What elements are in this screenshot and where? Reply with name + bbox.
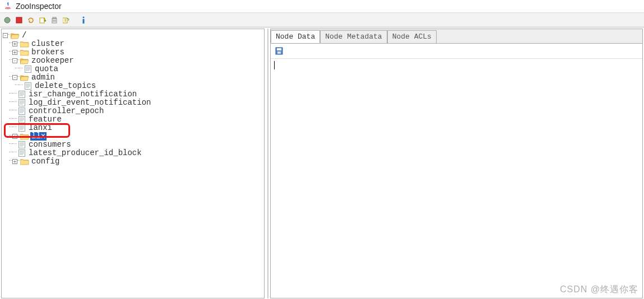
folder-open-icon <box>11 32 20 40</box>
save-icon[interactable] <box>274 46 284 56</box>
node-label: isr_change_notification <box>27 90 138 99</box>
svg-rect-18 <box>277 48 281 50</box>
delete-icon[interactable] <box>49 15 59 25</box>
node-label: latest_producer_id_block <box>27 149 143 157</box>
file-icon <box>17 116 26 124</box>
svg-point-0 <box>4 17 10 23</box>
svg-rect-15 <box>19 142 25 148</box>
node-label: feature <box>27 115 63 124</box>
tree-node[interactable]: consumers <box>3 141 264 149</box>
collapse-icon[interactable]: - <box>12 58 17 63</box>
tree-node[interactable]: +brokers <box>3 48 264 57</box>
text-caret <box>274 61 275 69</box>
svg-rect-11 <box>19 100 25 106</box>
file-icon <box>17 124 26 132</box>
node-label: zookeeper <box>30 57 75 65</box>
svg-rect-14 <box>19 125 25 132</box>
folder-closed-icon <box>20 40 29 48</box>
svg-rect-16 <box>19 150 25 157</box>
disconnect-icon[interactable] <box>14 15 24 25</box>
tree-node[interactable]: quota <box>3 65 264 73</box>
tree-node[interactable]: latest_producer_id_block <box>3 149 264 157</box>
file-icon <box>17 150 26 157</box>
collapse-icon[interactable]: - <box>3 33 8 38</box>
svg-rect-7 <box>83 19 85 24</box>
node-label: controller_epoch <box>27 107 105 115</box>
folder-closed-icon <box>20 158 29 166</box>
node-data-content[interactable] <box>271 59 642 298</box>
folder-open-icon <box>20 57 29 65</box>
splitter[interactable] <box>266 27 270 299</box>
svg-rect-13 <box>19 116 25 123</box>
expand-icon[interactable]: + <box>12 41 17 46</box>
info-icon[interactable] <box>79 15 89 25</box>
tab-bar: Node DataNode MetadataNode ACLs <box>271 29 642 44</box>
svg-rect-4 <box>53 17 56 18</box>
node-label: config <box>30 157 61 166</box>
tree-node[interactable]: lanxi <box>3 124 264 132</box>
node-label: log_dir_event_notification <box>27 99 152 107</box>
node-label: lanxi <box>27 124 53 132</box>
svg-rect-8 <box>25 66 31 73</box>
tree-node[interactable]: -/ <box>3 31 264 40</box>
node-label: quota <box>34 65 59 73</box>
node-label: consumers <box>27 141 72 149</box>
node-label: brokers <box>30 48 66 57</box>
detail-panel: Node DataNode MetadataNode ACLs <box>270 29 643 298</box>
connect-icon[interactable] <box>2 15 12 25</box>
file-icon <box>17 99 26 107</box>
node-label: llx <box>30 132 47 141</box>
file-icon <box>17 91 26 99</box>
refresh-icon[interactable] <box>26 15 36 25</box>
file-icon <box>24 82 33 90</box>
java-icon <box>3 2 12 11</box>
file-icon <box>17 141 26 149</box>
node-label: / <box>21 31 27 40</box>
svg-point-6 <box>83 17 85 18</box>
window-title: ZooInspector <box>16 2 62 11</box>
node-label: admin <box>30 73 56 82</box>
tree-node[interactable]: +config <box>3 157 264 166</box>
tree-node[interactable]: delete_topics <box>3 82 264 90</box>
file-icon <box>24 66 33 73</box>
tree-node[interactable]: controller_epoch <box>3 107 264 115</box>
tab-node-metadata[interactable]: Node Metadata <box>320 30 387 43</box>
expand-icon[interactable]: + <box>12 134 17 139</box>
node-label: cluster <box>30 40 66 48</box>
tree-panel[interactable]: -/+cluster+brokers-zookeeperquota-admind… <box>1 29 265 298</box>
svg-rect-10 <box>19 91 25 98</box>
edit-icon[interactable] <box>61 15 71 25</box>
folder-closed-icon <box>20 133 29 141</box>
add-node-icon[interactable] <box>38 15 48 25</box>
tree-node[interactable]: log_dir_event_notification <box>3 99 264 107</box>
main-area: -/+cluster+brokers-zookeeperquota-admind… <box>0 27 644 299</box>
node-label: delete_topics <box>34 82 97 90</box>
title-bar: ZooInspector <box>0 0 644 13</box>
tree-node[interactable]: -zookeeper <box>3 57 264 65</box>
tab-node-acls[interactable]: Node ACLs <box>387 30 437 43</box>
tree-node[interactable]: +llx <box>3 132 264 141</box>
collapse-icon[interactable]: - <box>12 75 17 80</box>
expand-icon[interactable]: + <box>12 50 17 55</box>
svg-rect-9 <box>25 83 31 90</box>
file-icon <box>17 108 26 115</box>
svg-rect-1 <box>16 17 22 23</box>
node-tree[interactable]: -/+cluster+brokers-zookeeperquota-admind… <box>2 29 264 168</box>
tree-node[interactable]: +cluster <box>3 40 264 48</box>
svg-rect-2 <box>40 18 44 23</box>
tree-node[interactable]: feature <box>3 115 264 124</box>
tree-node[interactable]: -admin <box>3 73 264 82</box>
svg-rect-12 <box>19 108 25 115</box>
panel-toolbar <box>271 44 642 59</box>
svg-rect-19 <box>277 52 281 54</box>
folder-open-icon <box>20 74 29 82</box>
tree-node[interactable]: isr_change_notification <box>3 90 264 99</box>
tab-node-data[interactable]: Node Data <box>271 30 320 43</box>
folder-closed-icon <box>20 49 29 57</box>
expand-icon[interactable]: + <box>12 159 17 164</box>
toolbar <box>0 13 644 27</box>
